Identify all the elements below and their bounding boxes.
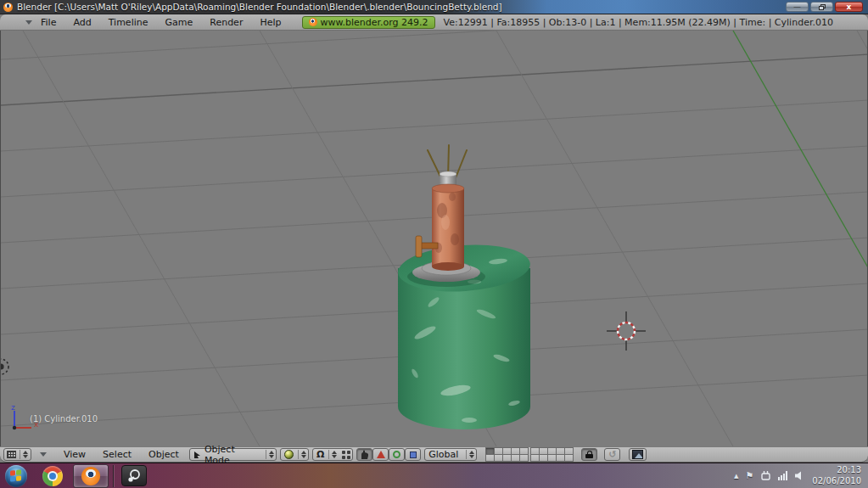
layer-button[interactable] <box>519 454 529 462</box>
editor-type-grid-icon <box>7 451 16 458</box>
shaded-sphere-icon <box>284 450 294 459</box>
taskbar-divider <box>113 465 114 487</box>
manipulator-toggle-button[interactable] <box>356 448 372 461</box>
restore-icon <box>819 4 826 10</box>
render-image-icon <box>632 450 643 459</box>
3d-cursor <box>601 306 652 356</box>
editor-type-stepper[interactable] <box>20 450 28 459</box>
scale-icon <box>410 452 417 458</box>
speaker-icon[interactable] <box>794 470 805 481</box>
menu-object[interactable]: Object <box>142 448 186 461</box>
translate-icon <box>377 451 385 458</box>
steam-icon <box>121 465 147 486</box>
header-collapse-icon[interactable] <box>40 452 47 457</box>
network-signal-icon[interactable] <box>778 471 787 480</box>
lamp-object[interactable] <box>0 355 17 379</box>
version-label: www.blender.org 249.2 <box>321 17 428 28</box>
lock-layers-button[interactable] <box>581 448 597 461</box>
translate-manipulator-button[interactable] <box>372 448 389 461</box>
mode-stepper[interactable] <box>266 450 274 459</box>
menu-help[interactable]: Help <box>251 15 289 30</box>
hand-icon <box>360 450 369 460</box>
clock-time: 20:13 <box>812 465 861 476</box>
axis-z-label: z <box>11 403 15 412</box>
editor-type-button[interactable] <box>3 448 31 461</box>
render-preview-button[interactable] <box>629 448 647 461</box>
layer-button[interactable] <box>564 454 574 462</box>
orientation-label: Global <box>428 449 462 460</box>
model-bouncing-betty[interactable] <box>374 136 569 441</box>
window-controls: — x <box>786 2 865 12</box>
menu-select[interactable]: Select <box>96 448 138 461</box>
window-title: Blender [C:\Users\Matt O'Riley\AppData\R… <box>17 2 502 12</box>
blender-logo-icon <box>309 18 317 26</box>
chrome-taskbar-icon[interactable] <box>42 466 63 486</box>
blender-app-icon[interactable] <box>3 3 13 12</box>
pivot-icon: Ω <box>316 450 324 459</box>
scale-manipulator-button[interactable] <box>405 448 421 461</box>
pivot-stepper[interactable] <box>328 450 337 459</box>
lock-icon <box>585 451 593 458</box>
system-tray: ▴ ⚑ 20:13 02/06/2010 <box>734 465 868 486</box>
draw-type-stepper[interactable] <box>298 450 306 459</box>
orientation-stepper[interactable] <box>466 450 474 459</box>
spiral-icon: ↺ <box>608 450 616 459</box>
steam-taskbar-button[interactable] <box>116 464 152 488</box>
titlebar[interactable]: Blender [C:\Users\Matt O'Riley\AppData\R… <box>0 0 868 14</box>
viewport-header: View Select Object Object Mode Ω <box>0 446 868 463</box>
object-mode-icon <box>193 450 202 459</box>
panel-collapse-icon[interactable] <box>25 20 32 25</box>
top-menubar: File Add Timeline Game Render Help www.b… <box>0 14 868 31</box>
windows-flag-icon <box>10 469 22 482</box>
show-hidden-icons-button[interactable]: ▴ <box>734 471 739 480</box>
blender-taskbar-icon <box>81 467 100 485</box>
blender-org-version-button[interactable]: www.blender.org 249.2 <box>302 16 435 29</box>
windows-taskbar: ▴ ⚑ 20:13 02/06/2010 <box>0 463 868 488</box>
minimize-button[interactable]: — <box>786 2 809 12</box>
close-button[interactable]: x <box>835 2 863 12</box>
menu-add[interactable]: Add <box>64 15 99 30</box>
pivot-dropdown[interactable]: Ω <box>312 448 353 461</box>
mode-dropdown[interactable]: Object Mode <box>189 448 277 461</box>
rotate-icon <box>393 451 400 458</box>
scene-statistics: Ve:12991 | Fa:18955 | Ob:13-0 | La:1 | M… <box>444 17 833 28</box>
manipulator-icon[interactable] <box>342 451 350 459</box>
start-button[interactable] <box>5 465 27 487</box>
menu-render[interactable]: Render <box>201 15 251 30</box>
menu-timeline[interactable]: Timeline <box>100 15 157 30</box>
active-object-label: (1) Cylinder.010 <box>30 414 98 423</box>
menu-file[interactable]: File <box>32 15 64 30</box>
draw-type-dropdown[interactable] <box>280 448 309 461</box>
taskbar-clock[interactable]: 20:13 02/06/2010 <box>812 465 861 486</box>
blender-window: Blender [C:\Users\Matt O'Riley\AppData\R… <box>0 0 868 488</box>
rotate-manipulator-button[interactable] <box>389 448 405 461</box>
layer-group-1 <box>485 448 528 462</box>
layer-group-2 <box>530 448 573 462</box>
action-center-flag-icon[interactable]: ⚑ <box>745 471 753 480</box>
menu-game[interactable]: Game <box>157 15 202 30</box>
clock-date: 02/06/2010 <box>812 476 861 487</box>
menu-view[interactable]: View <box>57 448 92 461</box>
blender-taskbar-button[interactable] <box>73 464 109 488</box>
orientation-dropdown[interactable]: Global <box>424 448 477 461</box>
proportional-snap-button[interactable]: ↺ <box>604 448 620 461</box>
power-plug-icon[interactable] <box>760 470 771 481</box>
restore-button[interactable] <box>810 2 833 12</box>
layer-buttons <box>485 448 573 462</box>
viewport-3d[interactable]: z x (1) Cylinder.010 <box>0 31 868 446</box>
